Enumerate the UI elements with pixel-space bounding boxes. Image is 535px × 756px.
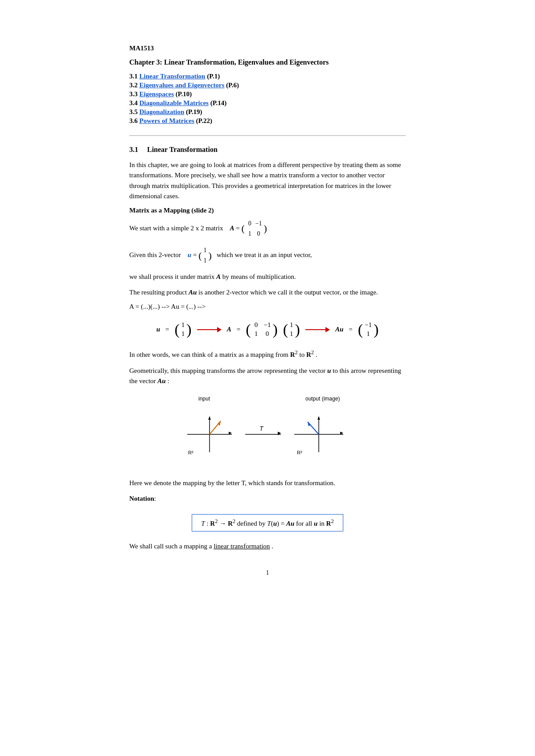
rparen-res-lg: ) <box>374 322 379 337</box>
vec-u-content: 1 1 <box>202 245 208 266</box>
lparen-u-lg2: ( <box>283 322 288 337</box>
u-lg-content: 1 1 <box>180 320 187 339</box>
right-paren-u: ) <box>208 251 211 261</box>
A-eq-label: A <box>227 326 231 333</box>
toc-link-36[interactable]: Powers of Matrices <box>140 117 194 124</box>
ulg1: 1 <box>181 321 185 329</box>
input-label: input <box>198 396 210 402</box>
R2-from: R <box>290 351 295 358</box>
u-label-inline: u <box>188 251 191 258</box>
ulg22: 1 <box>290 330 293 338</box>
section-divider <box>129 135 406 136</box>
text-given: Given this 2-vector <box>129 251 186 258</box>
u2: 1 <box>203 256 206 266</box>
chapter-title: Chapter 3: Linear Transformation, Eigenv… <box>129 58 406 66</box>
text-geometrically: Geometrically, this mapping transforms t… <box>129 367 327 374</box>
lparen-u-lg: ( <box>174 322 179 337</box>
mapping-text: In other words, we can think of a matrix… <box>129 348 406 360</box>
toc-page-35: (P.19) <box>184 108 202 115</box>
left-y-arrowhead <box>208 417 211 420</box>
u-eq: = <box>193 251 198 258</box>
toc-num-36: 3.6 <box>129 117 140 124</box>
toc-page-31: (P.1) <box>205 73 220 80</box>
A-ref: A <box>216 273 221 280</box>
subsection-mapping-title: Matrix as a Mapping (slide 2) <box>129 207 406 214</box>
page-number: 1 <box>129 569 406 576</box>
right-y-arrowhead <box>317 417 320 420</box>
T-label: T <box>259 425 264 432</box>
section-31-heading: 3.1 Linear Transformation <box>129 146 406 154</box>
Alg11: 0 <box>252 321 259 329</box>
Alg22: 0 <box>263 330 271 338</box>
text-mapping: In other words, we can think of a matrix… <box>129 351 290 358</box>
a12: −1 <box>255 219 262 229</box>
T-arrowhead <box>278 432 281 435</box>
matrix-A: ( 0 −1 1 0 ) <box>241 218 267 239</box>
toc-link-31[interactable]: Linear Transformation <box>140 73 206 80</box>
R2-right-label: R² <box>297 450 302 455</box>
arrow1 <box>197 326 222 334</box>
matrix-intro-line: We start with a simple 2 x 2 matrix A = … <box>129 218 406 239</box>
matrix-A-label: A <box>230 225 234 232</box>
section-31-num: 3.1 <box>129 146 138 154</box>
u-vector-line: Given this 2-vector u = ( 1 1 ) which we… <box>129 245 406 266</box>
arrow2 <box>305 326 330 334</box>
result-vec-large: ( −1 1 ) <box>358 320 379 339</box>
Au-eq-label: Au <box>335 326 343 333</box>
Alg12: −1 <box>263 321 271 329</box>
left-paren-u: ( <box>198 251 202 261</box>
course-code: MA1513 <box>129 45 406 52</box>
linear-transform-conclusion: We shall call such a mapping a linear tr… <box>129 541 406 552</box>
toc-num-31: 3.1 <box>129 73 140 80</box>
Au-geo-ref: Au <box>157 377 165 384</box>
vec-u-large2: ( 1 1 ) <box>283 320 300 339</box>
period-mapping: . <box>316 351 317 358</box>
section-31-title: Linear Transformation <box>147 146 218 154</box>
eq-sign-1: = <box>236 225 241 232</box>
u-eq-label: u <box>156 326 160 333</box>
text-multiplication: by means of multiplication. <box>222 273 296 280</box>
left-paren-A: ( <box>241 224 244 233</box>
toc-item-36[interactable]: 3.6 Powers of Matrices (P.22) <box>129 117 406 125</box>
period-conclusion: . <box>272 543 273 550</box>
right-x-arrowhead <box>340 432 343 434</box>
sup-2-from: 2 <box>295 349 298 356</box>
matrix-A-content: 0 −1 1 0 <box>245 218 264 239</box>
toc-item-31[interactable]: 3.1 Linear Transformation (P.1) <box>129 73 406 80</box>
toc-num-35: 3.5 <box>129 108 140 115</box>
toc-item-35[interactable]: 3.5 Diagonalization (P.19) <box>129 108 406 116</box>
toc-item-33[interactable]: 3.3 Eigenspaces (P.10) <box>129 90 406 98</box>
u-eq-equals: = <box>165 326 169 333</box>
vec-u-inline: ( 1 1 ) <box>198 245 212 266</box>
equation-display: u = ( 1 1 ) A = ( 0 −1 1 0 ) ( <box>129 320 406 339</box>
Alg21: 1 <box>252 330 259 338</box>
text-simple-matrix: We start with a simple 2 x 2 matrix <box>129 225 228 232</box>
A-lg-content: 0 −1 1 0 <box>251 320 272 339</box>
toc-link-33[interactable]: Eigenspaces <box>140 90 174 98</box>
lparen-res-lg: ( <box>358 322 363 337</box>
u-lg2-content: 1 1 <box>288 320 295 339</box>
toc-item-32[interactable]: 3.2 Eigenvalues and Eigenvectors (P.6) <box>129 82 406 89</box>
toc-link-32[interactable]: Eigenvalues and Eigenvectors <box>140 82 225 89</box>
notation-T: T : R2 → R2 defined by <box>201 520 267 527</box>
A-eq-equals: = <box>237 326 240 333</box>
input-arrow-head <box>218 421 221 426</box>
colon-geo: : <box>167 377 169 384</box>
toc-item-34[interactable]: 3.4 Diagonalizable Matrices (P.14) <box>129 99 406 107</box>
Au-ref: Au <box>189 289 197 296</box>
output-label: output (image) <box>305 396 340 402</box>
u1: 1 <box>203 245 206 255</box>
a22: 0 <box>255 229 262 239</box>
Au-eq-equals: = <box>349 326 352 333</box>
toc-num-32: 3.2 <box>129 82 140 89</box>
toc-link-35[interactable]: Diagonalization <box>140 108 185 115</box>
text-to: to <box>300 351 306 358</box>
ulg2: 1 <box>181 330 185 338</box>
text-output: is another 2-vector which we call it the… <box>198 289 378 296</box>
a21: 1 <box>247 229 253 239</box>
R2-left-label: R² <box>188 450 193 455</box>
rparen-A-lg: ) <box>272 322 277 337</box>
toc-link-34[interactable]: Diagonalizable Matrices <box>140 99 209 106</box>
text-call: We shall call such a mapping a <box>129 543 214 550</box>
res-lg-content: −1 1 <box>363 320 374 339</box>
